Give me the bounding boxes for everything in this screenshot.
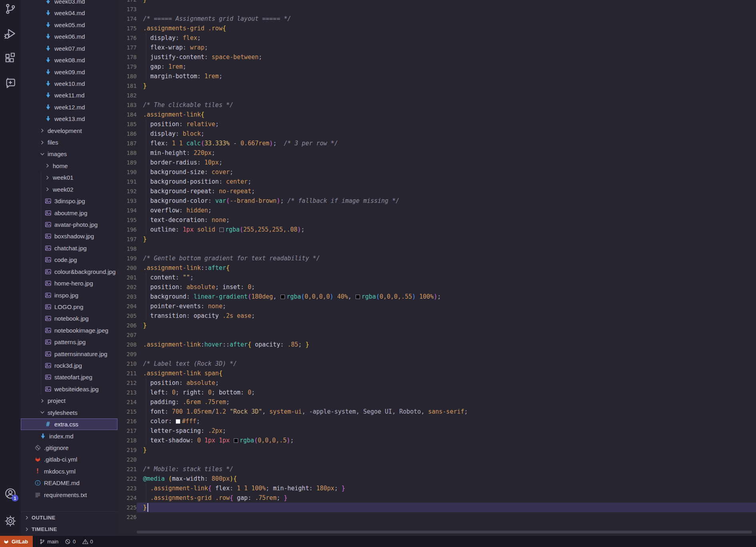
problems-indicator[interactable]: 0 0: [65, 539, 93, 545]
line-number[interactable]: 194: [117, 206, 137, 215]
line-number[interactable]: 178: [117, 52, 137, 62]
line-number[interactable]: 215: [117, 407, 137, 416]
code-line-182[interactable]: 182: [117, 91, 756, 100]
code-line-189[interactable]: 189 border-radius: 10px;: [117, 158, 756, 167]
timeline-panel-header[interactable]: TIMELINE: [24, 523, 117, 535]
code-line-205[interactable]: 205 transition: opacity .2s ease;: [117, 311, 756, 321]
code-line-208[interactable]: 208.assignment-link:hover::after{ opacit…: [117, 340, 756, 349]
tree-file-week07.md[interactable]: week07.md: [21, 43, 117, 54]
tree-file-week04.md[interactable]: week04.md: [21, 7, 117, 19]
line-number[interactable]: 207: [117, 330, 137, 340]
code-line-195[interactable]: 195 text-decoration: none;: [117, 215, 756, 225]
line-number[interactable]: 190: [117, 167, 137, 177]
outline-panel-header[interactable]: OUTLINE: [24, 512, 117, 523]
tree-file-week13.md[interactable]: week13.md: [21, 113, 117, 125]
horizontal-scrollbar[interactable]: [137, 531, 752, 533]
code-line-186[interactable]: 186 display: block;: [117, 129, 756, 139]
code-line-175[interactable]: 175.assignments-grid .row{: [117, 24, 756, 33]
code-line-180[interactable]: 180 margin-bottom: 1rem;: [117, 71, 756, 81]
remote-indicator-gitlab[interactable]: GitLab: [0, 536, 33, 547]
code-line-215[interactable]: 215 font: 700 1.05rem/1.2 "Rock 3D", sys…: [117, 407, 756, 416]
line-number[interactable]: 208: [117, 340, 137, 349]
tree-file-avatar-photo.jpg[interactable]: avatar-photo.jpg: [21, 219, 117, 230]
tree-file-stateofart.jpeg[interactable]: stateofart.jpeg: [21, 371, 117, 383]
line-number[interactable]: 183: [117, 100, 137, 110]
code-line-224[interactable]: 224 .assignments-grid .row{ gap: .75rem;…: [117, 493, 756, 503]
tree-file-week08.md[interactable]: week08.md: [21, 54, 117, 66]
code-line-212[interactable]: 212 position: absolute;: [117, 378, 756, 388]
line-number[interactable]: 199: [117, 254, 137, 263]
line-number[interactable]: 212: [117, 378, 137, 388]
code-line-181[interactable]: 181}: [117, 81, 756, 91]
tree-file-chatchat.jpg[interactable]: chatchat.jpg: [21, 242, 117, 254]
code-editor[interactable]: 172}173174/* ===== Assignments grid layo…: [117, 0, 756, 536]
code-line-222[interactable]: 222@media (max-width: 800px){: [117, 474, 756, 484]
line-number[interactable]: 197: [117, 234, 137, 244]
code-line-225[interactable]: 225}: [117, 503, 756, 512]
source-control-icon[interactable]: [4, 2, 17, 15]
tree-file-websiteideas.jpg[interactable]: websiteideas.jpg: [21, 383, 117, 395]
line-number[interactable]: 180: [117, 71, 137, 81]
line-number[interactable]: 172: [117, 0, 137, 4]
code-line-207[interactable]: 207: [117, 330, 756, 340]
code-line-194[interactable]: 194 overflow: hidden;: [117, 206, 756, 215]
line-number[interactable]: 198: [117, 244, 137, 254]
tree-file-home-hero.jpg[interactable]: home-hero.jpg: [21, 277, 117, 289]
code-line-185[interactable]: 185 position: relative;: [117, 119, 756, 129]
tree-file-LOGO.png[interactable]: LOGO.png: [21, 301, 117, 313]
line-number[interactable]: 191: [117, 177, 137, 186]
tree-folder-week01[interactable]: week01: [21, 172, 117, 183]
tree-folder-week02[interactable]: week02: [21, 184, 117, 195]
line-number[interactable]: 210: [117, 359, 137, 369]
tree-file-week03.md[interactable]: week03.md: [21, 0, 117, 7]
code-line-216[interactable]: 216 color: #fff;: [117, 416, 756, 426]
code-line-220[interactable]: 220: [117, 455, 756, 464]
line-number[interactable]: 186: [117, 129, 137, 139]
code-line-197[interactable]: 197}: [117, 234, 756, 244]
tree-file-index.md[interactable]: index.md: [21, 430, 117, 442]
line-number[interactable]: 189: [117, 158, 137, 167]
line-number[interactable]: 224: [117, 493, 137, 503]
line-number[interactable]: 192: [117, 186, 137, 196]
tree-folder-home[interactable]: home: [21, 160, 117, 172]
code-line-221[interactable]: 221/* Mobile: stack tiles */: [117, 464, 756, 474]
settings-icon[interactable]: [4, 515, 17, 527]
code-line-193[interactable]: 193 background-color: var(--brand-brown)…: [117, 196, 756, 206]
line-number[interactable]: 185: [117, 119, 137, 129]
tree-file-.gitlab-ci.yml[interactable]: .gitlab-ci.yml: [21, 454, 117, 465]
code-line-192[interactable]: 192 background-repeat: no-repeat;: [117, 186, 756, 196]
tree-file-week12.md[interactable]: week12.md: [21, 101, 117, 113]
code-line-200[interactable]: 200.assignment-link::after{: [117, 263, 756, 273]
code-line-223[interactable]: 223 .assignment-link{ flex: 1 1 100%; mi…: [117, 484, 756, 493]
tree-file-week11.md[interactable]: week11.md: [21, 89, 117, 101]
line-number[interactable]: 175: [117, 24, 137, 33]
code-line-177[interactable]: 177 flex-wrap: wrap;: [117, 43, 756, 52]
line-number[interactable]: 177: [117, 43, 137, 52]
code-line-218[interactable]: 218 text-shadow: 0 1px 1px rgba(0,0,0,.5…: [117, 436, 756, 445]
line-number[interactable]: 209: [117, 349, 137, 359]
code-line-190[interactable]: 190 background-size: cover;: [117, 167, 756, 177]
code-line-183[interactable]: 183/* The clickable tiles */: [117, 100, 756, 110]
tree-file-week09.md[interactable]: week09.md: [21, 66, 117, 78]
line-number[interactable]: 179: [117, 62, 137, 71]
line-number[interactable]: 174: [117, 14, 137, 24]
code-line-201[interactable]: 201 content: "";: [117, 273, 756, 282]
code-line-179[interactable]: 179 gap: 1rem;: [117, 62, 756, 71]
line-number[interactable]: 204: [117, 301, 137, 311]
chat-icon[interactable]: [4, 77, 17, 89]
tree-file-notebook.jpg[interactable]: notebook.jpg: [21, 313, 117, 324]
tree-file-patterns.jpg[interactable]: patterns.jpg: [21, 336, 117, 348]
code-line-187[interactable]: 187 flex: 1 1 calc(33.333% - 0.667rem); …: [117, 139, 756, 148]
code-line-199[interactable]: 199/* Gentle bottom gradient for text re…: [117, 254, 756, 263]
tree-file-boxshadow.jpg[interactable]: boxshadow.jpg: [21, 230, 117, 242]
line-number[interactable]: 184: [117, 110, 137, 119]
code-line-213[interactable]: 213 left: 0; right: 0; bottom: 0;: [117, 388, 756, 397]
line-number[interactable]: 226: [117, 512, 137, 522]
code-line-198[interactable]: 198: [117, 244, 756, 254]
line-number[interactable]: 213: [117, 388, 137, 397]
line-number[interactable]: 201: [117, 273, 137, 282]
run-and-debug-icon[interactable]: [4, 27, 17, 40]
line-number[interactable]: 211: [117, 369, 137, 378]
code-line-176[interactable]: 176 display: flex;: [117, 33, 756, 43]
code-line-203[interactable]: 203 background: linear-gradient(180deg, …: [117, 292, 756, 301]
